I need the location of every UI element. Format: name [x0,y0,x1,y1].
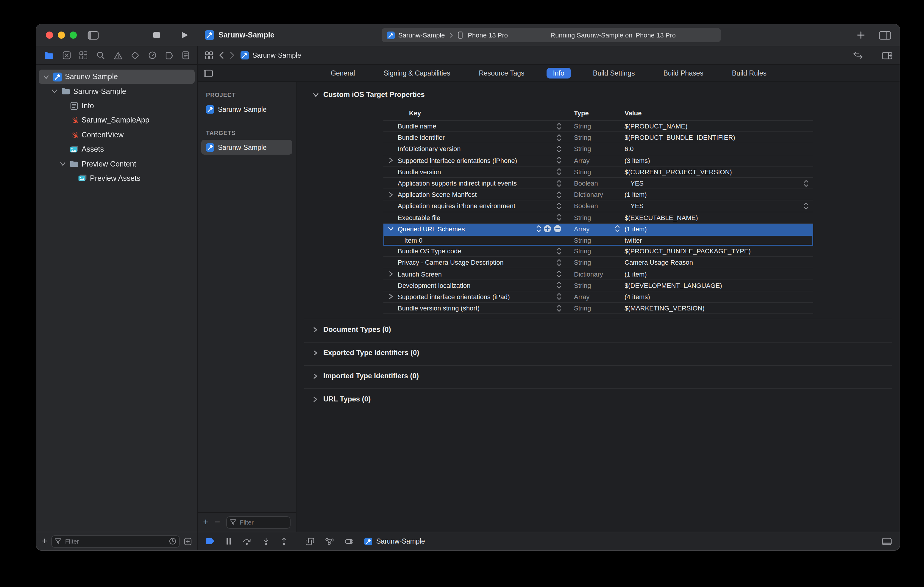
debug-session-target[interactable]: Sarunw-Sample [365,537,425,545]
step-over-icon[interactable] [242,537,252,545]
key-controls[interactable] [557,191,563,198]
key-controls[interactable] [536,225,563,233]
section-chevron-icon[interactable] [304,350,318,355]
targets-filter-field[interactable] [226,516,290,528]
minimize-window-button[interactable] [58,31,65,39]
row-disclosure-icon[interactable] [383,271,398,276]
plist-type-cell[interactable]: String [574,303,625,313]
add-editor-icon[interactable] [882,51,893,59]
plist-type-cell[interactable]: String [574,166,625,177]
plist-value-cell[interactable]: $(DEVELOPMENT_LANGUAGE) [625,281,799,289]
key-controls[interactable] [557,304,563,312]
navigator-item[interactable]: Preview Assets [39,171,195,186]
hide-project-list-icon[interactable] [204,69,213,77]
navigator-filter-field[interactable] [51,535,180,548]
section-chevron-icon[interactable] [304,373,318,378]
key-controls[interactable] [557,270,563,278]
plist-value-cell[interactable]: $(PRODUCT_BUNDLE_IDENTIFIER) [625,134,799,141]
jumpbar-breadcrumb[interactable]: Sarunw-Sample [241,51,301,59]
plist-key-cell[interactable]: Queried URL Schemes [398,223,563,234]
breakpoint-navigator-icon[interactable] [165,51,173,59]
plist-value-cell[interactable]: twitter [625,237,799,244]
symbol-navigator-icon[interactable] [79,51,88,59]
step-out-icon[interactable] [280,537,287,545]
plist-row[interactable]: Development localization String $(DEVELO… [383,280,813,291]
pause-icon[interactable] [226,538,232,545]
plist-row[interactable]: Application supports indirect input even… [383,178,813,189]
plist-value-cell[interactable]: 6.0 [625,145,799,153]
plist-type-cell[interactable]: String [574,144,625,155]
plist-row[interactable]: Application Scene Manifest Dictionary (1… [383,189,813,201]
plist-type-cell[interactable]: Dictionary [574,268,625,279]
remove-target-button[interactable]: − [214,518,220,527]
key-controls[interactable] [557,145,563,153]
plist-row[interactable]: Bundle version String $(CURRENT_PROJECT_… [383,166,813,178]
plist-key-cell[interactable]: Application supports indirect input even… [398,178,563,189]
add-target-button[interactable]: + [203,518,209,527]
find-navigator-icon[interactable] [96,51,105,59]
plist-value-cell[interactable]: (1 item) [625,191,799,198]
toggle-navigator-icon[interactable] [87,31,99,39]
navigator-item[interactable]: ContentView [39,128,195,142]
plist-value-cell[interactable]: $(CURRENT_PROJECT_VERSION) [625,168,799,176]
plist-value-cell[interactable]: (1 item) [625,225,799,233]
key-controls[interactable] [557,168,563,176]
navigator-item[interactable]: Info [39,99,195,113]
key-controls[interactable] [557,122,563,130]
breakpoints-toggle-icon[interactable] [205,538,215,545]
step-into-icon[interactable] [262,537,270,545]
value-stepper-icon[interactable] [799,202,813,210]
navigator-item[interactable]: Sarunw-Sample [39,69,195,84]
go-back-icon[interactable] [219,52,224,59]
collapsed-section[interactable]: Imported Type Identifiers (0) [304,365,892,388]
activity-viewer[interactable]: Sarunw-Sample iPhone 13 Pro Running Saru… [382,28,721,42]
key-controls[interactable] [557,134,563,141]
plist-row[interactable]: Bundle version string (short) String $(M… [383,303,813,314]
plist-key-cell[interactable]: Bundle identifier [398,132,563,143]
recent-files-clock-icon[interactable] [169,538,176,545]
plist-row[interactable]: Item 0 String twitter [383,235,813,246]
collapsed-section[interactable]: Document Types (0) [304,319,892,342]
disclosure-chevron-icon[interactable] [59,161,66,166]
plist-key-cell[interactable]: Bundle version [398,166,563,177]
plist-section-header[interactable]: Custom iOS Target Properties [297,82,899,99]
plist-type-cell[interactable]: String [574,212,625,223]
plist-type-cell[interactable]: Dictionary [574,189,625,200]
plist-value-cell[interactable]: $(EXECUTABLE_NAME) [625,214,799,221]
plist-row[interactable]: Privacy - Camera Usage Description Strin… [383,257,813,268]
navigator-item[interactable]: Preview Content [39,157,195,171]
plist-row[interactable]: Bundle OS Type code String $(PRODUCT_BUN… [383,246,813,257]
navigator-item[interactable]: Sarunw_SampleApp [39,113,195,128]
key-controls[interactable] [557,202,563,210]
editor-tab[interactable]: Info [546,68,571,79]
plist-key-cell[interactable]: Application requires iPhone environment [398,201,563,211]
navigator-filter-input[interactable] [64,537,167,545]
issue-navigator-icon[interactable] [114,51,122,59]
editor-tab[interactable]: Build Settings [586,68,642,79]
toggle-debug-area-icon[interactable] [882,537,892,545]
key-controls[interactable] [557,281,563,289]
plist-key-cell[interactable]: Bundle name [398,121,563,132]
plist-row[interactable]: Executable file String $(EXECUTABLE_NAME… [383,212,813,223]
section-disclosure-icon[interactable] [313,92,318,97]
plist-key-cell[interactable]: Bundle OS Type code [398,246,563,257]
disclosure-chevron-icon[interactable] [42,74,50,79]
debug-memory-graph-icon[interactable] [325,537,334,545]
plist-type-cell[interactable]: Boolean [574,201,625,211]
plist-type-cell[interactable]: String [574,235,625,246]
targets-filter-input[interactable] [238,518,287,526]
plist-key-cell[interactable]: Application Scene Manifest [398,189,563,200]
project-row[interactable]: Sarunw-Sample [201,102,292,117]
filter-scope-icon[interactable] [184,537,192,545]
row-disclosure-icon[interactable] [383,294,398,299]
plist-key-cell[interactable]: Supported interface orientations (iPad) [398,291,563,302]
source-control-navigator-icon[interactable] [62,51,71,59]
plist-row[interactable]: InfoDictionary version String 6.0 [383,144,813,155]
related-items-icon[interactable] [205,51,213,59]
plist-type-cell[interactable]: String [574,132,625,143]
row-disclosure-icon[interactable] [383,158,398,163]
go-forward-icon[interactable] [230,52,234,59]
type-stepper-icon[interactable] [615,225,625,233]
debug-navigator-icon[interactable] [148,51,157,59]
code-review-icon[interactable] [853,52,863,59]
